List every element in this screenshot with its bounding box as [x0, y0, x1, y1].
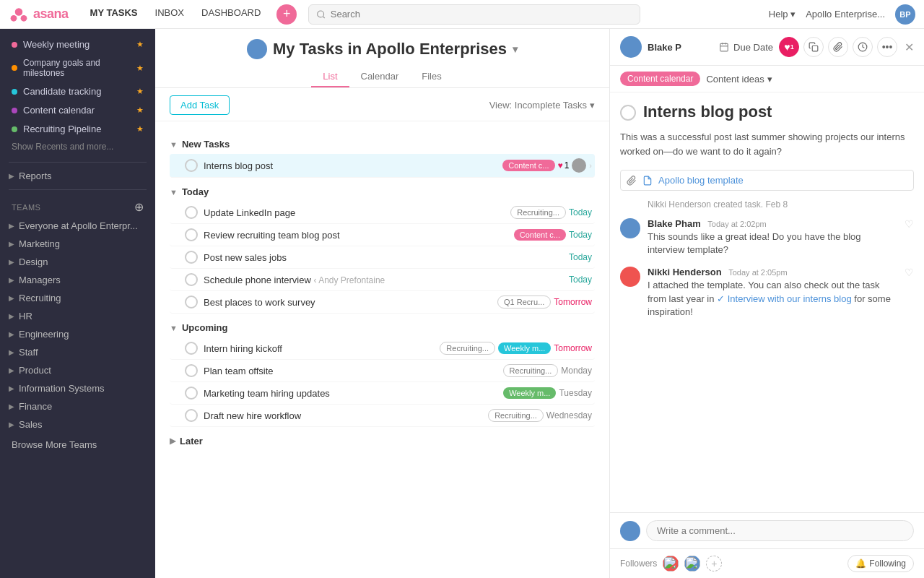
attachment-row[interactable]: Apollo blog template — [620, 170, 914, 191]
task-check[interactable] — [185, 296, 198, 309]
nav-my-tasks[interactable]: MY TASKS — [83, 4, 145, 25]
sidebar-item-sales[interactable]: ▶ Sales — [0, 415, 155, 434]
browse-more-teams-link[interactable]: Browse More Teams — [0, 434, 155, 456]
comment-author: Nikki Henderson — [648, 267, 722, 277]
view-filter[interactable]: View: Incomplete Tasks ▾ — [489, 100, 595, 111]
task-tag[interactable]: Recruiting... — [503, 364, 559, 377]
heart-action-button[interactable]: ♥ 1 — [779, 37, 799, 57]
tab-files[interactable]: Files — [410, 66, 453, 87]
task-check[interactable] — [185, 273, 198, 286]
detail-due-date[interactable]: Due Date — [719, 42, 773, 53]
tab-list[interactable]: List — [311, 66, 349, 87]
attachment-action-button[interactable] — [828, 37, 848, 57]
sidebar-item-company-goals[interactable]: Company goals and milestones ★ — [3, 54, 152, 82]
comment-input[interactable] — [646, 520, 914, 541]
close-button[interactable]: ✕ — [905, 40, 914, 54]
task-tag[interactable]: Weekly m... — [498, 342, 551, 354]
task-check[interactable] — [185, 342, 198, 355]
sidebar-item-weekly-meeting[interactable]: Weekly meeting ★ — [3, 35, 152, 53]
task-row[interactable]: ⠿ Marketing team hiring updates Weekly m… — [170, 382, 595, 405]
sidebar-item-label: Finance — [19, 401, 52, 412]
copy-action-button[interactable] — [803, 37, 824, 57]
sidebar-item-everyone[interactable]: ▶ Everyone at Apollo Enterpr... — [0, 217, 155, 235]
task-row[interactable]: ⠿ Best places to work survey Q1 Recru...… — [170, 291, 595, 314]
sidebar-item-reports[interactable]: ▶ Reports — [0, 167, 155, 185]
following-button[interactable]: 🔔 Following — [847, 555, 914, 572]
svg-point-1 — [11, 14, 17, 21]
task-tabs: List Calendar Files — [155, 66, 609, 87]
sidebar-item-staff[interactable]: ▶ Staff — [0, 343, 155, 361]
detail-section-tag[interactable]: Content ideas ▾ — [706, 74, 772, 85]
show-recents-link[interactable]: Show Recents and more... — [0, 139, 155, 158]
section-today[interactable]: ▼ Today — [170, 178, 595, 202]
task-check[interactable] — [185, 387, 198, 400]
sidebar-item-recruiting-pipeline[interactable]: Recruiting Pipeline ★ — [3, 120, 152, 138]
sidebar-item-recruiting[interactable]: ▶ Recruiting — [0, 289, 155, 307]
task-check[interactable] — [185, 409, 198, 422]
sidebar-item-content-calendar[interactable]: Content calendar ★ — [3, 101, 152, 119]
sidebar-item-information-systems[interactable]: ▶ Information Systems — [0, 379, 155, 397]
task-date: Today — [569, 275, 592, 285]
task-tag[interactable]: Recruiting... — [488, 409, 544, 422]
section-later[interactable]: ▶ Later — [170, 427, 595, 451]
task-tag[interactable]: Content c... — [502, 160, 554, 171]
sidebar-item-design[interactable]: ▶ Design — [0, 253, 155, 271]
detail-project-tag[interactable]: Content calendar — [620, 72, 700, 86]
task-tag[interactable]: Weekly m... — [503, 387, 556, 399]
timer-action-button[interactable] — [853, 37, 873, 57]
task-date: Monday — [561, 366, 592, 376]
sidebar-item-marketing[interactable]: ▶ Marketing — [0, 235, 155, 253]
section-new-tasks[interactable]: ▼ New Tasks — [170, 130, 595, 154]
sidebar-item-engineering[interactable]: ▶ Engineering — [0, 325, 155, 343]
user-avatar[interactable]: BP — [895, 4, 915, 25]
heart-icon[interactable]: ♥ — [558, 160, 563, 171]
task-tag[interactable]: Content c... — [514, 229, 566, 241]
search-icon — [316, 9, 326, 20]
task-check[interactable] — [185, 206, 198, 219]
search-input[interactable] — [331, 9, 633, 20]
task-row[interactable]: ⠿ Plan team offsite Recruiting... Monday — [170, 360, 595, 382]
enterprise-button[interactable]: Apollo Enterprise... — [806, 9, 885, 20]
task-row[interactable]: ⠿ Interns blog post Content c... ♥ 1 › — [170, 154, 595, 178]
section-upcoming[interactable]: ▼ Upcoming — [170, 314, 595, 337]
logo[interactable]: asana — [9, 4, 69, 25]
help-button[interactable]: Help ▾ — [769, 9, 796, 20]
task-check[interactable] — [185, 159, 198, 172]
task-row[interactable]: ⠿ Draft new hire workflow Recruiting... … — [170, 405, 595, 427]
task-tag[interactable]: Q1 Recru... — [497, 296, 551, 309]
add-task-button[interactable]: Add Task — [170, 95, 230, 115]
add-follower-button[interactable]: + — [706, 556, 722, 571]
task-row[interactable]: ⠿ Schedule phone interview ‹ Andy Prefon… — [170, 269, 595, 291]
task-check[interactable] — [185, 364, 198, 377]
detail-task-check[interactable] — [620, 105, 636, 121]
task-tag[interactable]: Recruiting... — [510, 206, 566, 219]
comment-link[interactable]: ✓ Interview with our interns blog — [717, 293, 852, 304]
nav-dashboard[interactable]: DASHBOARD — [194, 4, 268, 25]
comment-heart-button[interactable]: ♡ — [905, 218, 914, 256]
comment-heart-button[interactable]: ♡ — [905, 267, 914, 319]
more-action-button[interactable]: ••• — [877, 37, 897, 57]
filter-chevron-icon: ▾ — [590, 100, 595, 111]
task-row[interactable]: ⠿ Update LinkedIn page Recruiting... Tod… — [170, 202, 595, 224]
chevron-icon: ▶ — [9, 402, 14, 410]
attachment-link[interactable]: Apollo blog template — [658, 175, 744, 186]
sidebar-item-managers[interactable]: ▶ Managers — [0, 271, 155, 289]
task-row[interactable]: ⠿ Intern hiring kickoff Recruiting... We… — [170, 337, 595, 360]
task-tag[interactable]: Recruiting... — [440, 342, 495, 355]
task-check[interactable] — [185, 251, 198, 264]
sidebar-item-candidate-tracking[interactable]: Candidate tracking ★ — [3, 82, 152, 100]
detail-assignee[interactable]: Blake P — [648, 42, 713, 53]
logo-text: asana — [33, 7, 69, 22]
title-chevron-icon[interactable]: ▾ — [513, 43, 518, 55]
tab-calendar[interactable]: Calendar — [349, 66, 411, 87]
add-button[interactable]: + — [276, 4, 297, 25]
comment-text: I attached the template. You can also ch… — [648, 279, 897, 319]
sidebar-item-product[interactable]: ▶ Product — [0, 361, 155, 379]
nav-inbox[interactable]: INBOX — [148, 4, 191, 25]
task-row[interactable]: ⠿ Post new sales jobs Today — [170, 246, 595, 269]
task-row[interactable]: ⠿ Review recruiting team blog post Conte… — [170, 224, 595, 246]
sidebar-item-finance[interactable]: ▶ Finance — [0, 397, 155, 415]
add-team-button[interactable]: ⊕ — [134, 200, 144, 214]
sidebar-item-hr[interactable]: ▶ HR — [0, 307, 155, 325]
task-check[interactable] — [185, 228, 198, 241]
